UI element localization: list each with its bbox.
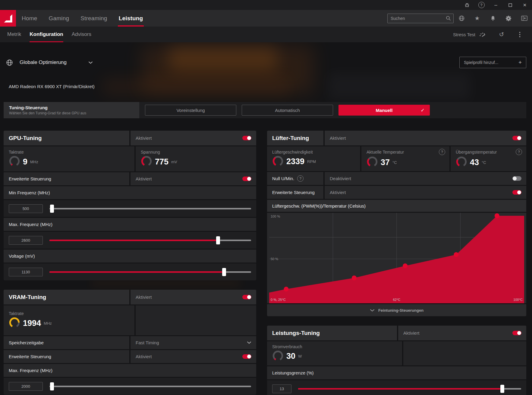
max-frequency-value[interactable]: 2600 (9, 236, 43, 245)
globe-icon[interactable] (454, 10, 469, 27)
check-icon: ✓ (421, 107, 425, 113)
reset-icon[interactable]: ↺ (495, 31, 508, 38)
gpu-voltage-value: 775 (155, 157, 168, 167)
close-button[interactable]: ✕ (518, 0, 532, 10)
power-tuning-toggle[interactable] (512, 331, 521, 335)
stress-test-button[interactable]: Stress Test (453, 32, 486, 37)
svg-text:100°C: 100°C (513, 298, 523, 301)
fan-curve-chart[interactable]: 100 %50 %0 %, 25°C62°C100°C (267, 213, 526, 303)
tab-metrik[interactable]: Metrik (3, 27, 25, 42)
bug-report-icon[interactable] (460, 0, 474, 10)
profile-selector[interactable]: Globale Optimierung (20, 59, 67, 65)
gpu-advanced-state: Aktiviert (131, 176, 152, 181)
gpu-advanced-label: Erweiterte Steuerung (4, 176, 51, 181)
svg-text:0 %, 25°C: 0 %, 25°C (271, 298, 286, 301)
search-box[interactable] (387, 14, 454, 23)
zero-rpm-state: Deaktiviert (325, 176, 351, 181)
gpu-advanced-toggle[interactable] (242, 177, 251, 181)
more-options-icon[interactable] (513, 32, 527, 37)
star-icon[interactable]: ★ (469, 10, 485, 27)
stress-test-label: Stress Test (453, 32, 475, 37)
tab-streaming[interactable]: Streaming (75, 10, 113, 27)
vram-clock-unit: MHz (44, 321, 52, 326)
notifications-icon[interactable] (485, 10, 501, 27)
slider-handle[interactable] (50, 205, 54, 213)
fine-tuning-expander[interactable]: Feintuning-Steuerungen (267, 304, 526, 316)
add-game-profile-button[interactable]: Spielprofil hinzuf... + (459, 57, 526, 68)
tab-home[interactable]: Home (16, 10, 43, 27)
tab-advisors[interactable]: Advisors (68, 27, 96, 42)
gpu-clock-value: 9 (23, 157, 27, 167)
plus-icon: + (518, 59, 522, 66)
chevron-down-icon[interactable] (88, 61, 93, 64)
vram-advanced-toggle[interactable] (242, 354, 251, 359)
vram-max-frequency-value[interactable]: 2000 (9, 382, 43, 391)
fan-speed-value: 2339 (286, 157, 304, 166)
junction-temp-label: Übergangstemperatur (456, 150, 497, 154)
background-glow (329, 73, 470, 100)
svg-text:50 %: 50 % (271, 257, 278, 261)
fan-speed-unit: RPM (307, 159, 316, 164)
power-draw-label: Stromverbrauch (272, 344, 402, 349)
help-icon[interactable]: ? (439, 149, 445, 155)
current-temp-value: 37 (381, 158, 390, 167)
help-icon[interactable]: ? (474, 0, 489, 10)
minimize-button[interactable]: – (489, 0, 503, 10)
power-limit-label: Leistungsgrenze (%) (267, 366, 526, 379)
add-game-profile-label: Spielprofil hinzuf... (464, 60, 498, 65)
vram-max-frequency-slider[interactable] (49, 386, 251, 387)
manual-button[interactable]: Manuell ✓ (338, 105, 430, 116)
amd-logo[interactable] (0, 10, 16, 27)
voltage-value[interactable]: 1130 (9, 268, 43, 276)
vram-clock-gauge (9, 317, 20, 330)
slider-handle[interactable] (216, 236, 220, 244)
toggle-sidebar-icon[interactable] (516, 10, 532, 27)
power-tuning-panel: Leistungs-Tuning Aktiviert Stromverbrauc… (267, 326, 526, 395)
vram-tuning-toggle[interactable] (242, 295, 251, 299)
maximize-button[interactable] (503, 0, 518, 10)
search-input[interactable] (390, 16, 446, 21)
manual-button-label: Manuell (376, 108, 393, 113)
memory-timing-dropdown[interactable]: Fast Timing (131, 336, 256, 349)
chevron-down-icon (247, 341, 251, 344)
titlebar: ? – ✕ (0, 0, 532, 10)
slider-handle[interactable] (500, 385, 504, 393)
gpu-tuning-state-label: Aktiviert (131, 135, 152, 141)
automatic-button[interactable]: Automatisch (242, 105, 333, 116)
vram-advanced-label: Erweiterte Steuerung (4, 354, 51, 359)
radeon-software-window: ? – ✕ Home Gaming Streaming Leistung ★ (0, 0, 532, 395)
fan-speed-gauge (272, 155, 284, 168)
vram-tuning-state-label: Aktiviert (131, 295, 152, 300)
gpu-tuning-panel: GPU-Tuning Aktiviert Taktrate 9MHz Spann… (4, 131, 256, 280)
current-temp-unit: °C (392, 160, 397, 165)
voltage-slider[interactable] (49, 271, 251, 273)
fan-advanced-label: Erweiterte Steuerung (267, 190, 315, 195)
tab-konfiguration[interactable]: Konfiguration (25, 27, 67, 42)
min-frequency-slider[interactable] (49, 208, 251, 209)
slider-handle[interactable] (222, 268, 226, 276)
fan-tuning-toggle[interactable] (512, 136, 521, 140)
help-icon[interactable]: ? (297, 175, 304, 182)
gpu-tuning-title: GPU-Tuning (4, 135, 42, 142)
power-limit-slider[interactable] (298, 388, 521, 390)
memory-timing-label: Speicherzeitgabe (4, 340, 44, 345)
power-tuning-state-label: Aktiviert (398, 330, 419, 336)
settings-gear-icon[interactable] (501, 10, 516, 27)
preset-button[interactable]: Voreinstellung (145, 105, 236, 116)
svg-text:100 %: 100 % (271, 215, 280, 218)
fan-advanced-toggle[interactable] (512, 190, 521, 195)
zero-rpm-toggle[interactable] (512, 176, 521, 181)
slider-handle[interactable] (50, 382, 54, 390)
max-frequency-slider[interactable] (49, 240, 251, 241)
profile-globe-icon (6, 59, 13, 66)
tuning-control-title: Tuning-Steuerung (9, 105, 139, 110)
junction-temp-value: 43 (470, 158, 479, 167)
tab-gaming[interactable]: Gaming (43, 10, 75, 27)
gpu-tuning-toggle[interactable] (242, 136, 251, 140)
tab-leistung[interactable]: Leistung (113, 10, 149, 27)
current-temp-gauge (367, 156, 378, 169)
min-frequency-value[interactable]: 500 (9, 204, 43, 213)
help-icon[interactable]: ? (516, 149, 522, 155)
fan-curve-title: Lüftergeschw. (PWM(%))/Temperatur (Celsi… (267, 200, 526, 212)
power-limit-value[interactable]: 13 (272, 384, 291, 393)
